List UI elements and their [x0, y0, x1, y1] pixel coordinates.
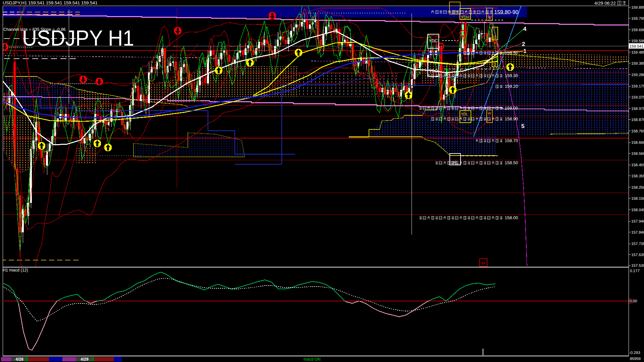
svg-text:D: D — [493, 62, 496, 67]
svg-text:4/29: 4/29 — [80, 357, 89, 362]
svg-text:YDL: YDL — [461, 112, 468, 116]
svg-text:159.175: 159.175 — [631, 84, 644, 88]
svg-text:YDO: YDO — [429, 68, 438, 73]
svg-text:159.80-90: 159.80-90 — [494, 9, 519, 15]
svg-text:158.765: 158.765 — [631, 129, 644, 133]
svg-text:158.660: 158.660 — [631, 140, 644, 144]
svg-text:4: 4 — [523, 26, 527, 32]
svg-text:H1 macd (12): H1 macd (12) — [3, 268, 28, 273]
svg-text:158.90: 158.90 — [505, 116, 518, 121]
svg-text:157.635: 157.635 — [631, 253, 644, 257]
svg-text:159.075: 159.075 — [631, 95, 644, 99]
svg-text:159.485: 159.485 — [631, 50, 644, 54]
svg-text:158.870: 158.870 — [631, 118, 644, 122]
svg-text:W: W — [488, 111, 491, 115]
svg-text:D: D — [493, 35, 496, 40]
svg-text:159.385: 159.385 — [631, 61, 644, 65]
svg-text:159.895: 159.895 — [631, 5, 644, 9]
svg-text:157.840: 157.840 — [631, 230, 644, 234]
svg-text:4/29 06:22: 4/29 06:22 — [594, 1, 616, 6]
svg-text:159.50: 159.50 — [505, 50, 518, 55]
svg-text:USDJPY,H1 159.541 159.541 159: USDJPY,H1 159.541 159.541 159.541 159.54… — [3, 0, 98, 5]
svg-text:-0.293: -0.293 — [629, 351, 640, 355]
svg-text:158.250: 158.250 — [631, 185, 644, 189]
svg-text:1: 1 — [523, 48, 526, 54]
svg-text:YDC: YDC — [429, 38, 438, 43]
svg-text:159.20: 159.20 — [505, 84, 518, 89]
svg-text:157.530: 157.530 — [631, 263, 644, 267]
svg-text:158.560: 158.560 — [631, 152, 644, 156]
svg-text:158.50: 158.50 — [505, 160, 518, 165]
svg-text:Channel size = 835 Slope = -0: Channel size = 835 Slope = -0.86 — [3, 27, 66, 32]
svg-text:YDH: YDH — [461, 15, 469, 20]
svg-text:159.280: 159.280 — [631, 73, 644, 77]
svg-text:5: 5 — [521, 123, 524, 129]
svg-text:158.70: 158.70 — [505, 138, 518, 143]
svg-text:2: 2 — [522, 41, 525, 47]
svg-text:158.00: 158.00 — [505, 215, 518, 220]
svg-text:159.30: 159.30 — [505, 73, 518, 78]
svg-text:LWH: LWH — [450, 9, 458, 13]
svg-text:159.00: 159.00 — [505, 106, 518, 111]
svg-text:159.590: 159.590 — [631, 39, 644, 43]
svg-text:157.940: 157.940 — [631, 219, 644, 223]
svg-text:159.690: 159.690 — [631, 28, 644, 32]
svg-text:158.150: 158.150 — [631, 196, 644, 200]
svg-text:M: M — [482, 261, 485, 266]
svg-text:158.355: 158.355 — [631, 174, 644, 178]
svg-text:W: W — [488, 15, 492, 20]
svg-text:macd ON: macd ON — [304, 357, 321, 362]
svg-text:157.735: 157.735 — [631, 242, 644, 246]
svg-text:0.00: 0.00 — [630, 299, 637, 303]
svg-text:158.455: 158.455 — [631, 163, 644, 167]
svg-text:LWL: LWL — [450, 160, 458, 164]
svg-text:85959: 85959 — [630, 357, 641, 361]
svg-text:4/28: 4/28 — [15, 357, 23, 362]
svg-text:0.177: 0.177 — [630, 269, 640, 273]
svg-text:158.970: 158.970 — [631, 107, 644, 111]
svg-text:158.045: 158.045 — [631, 208, 644, 212]
svg-text:159.541: 159.541 — [630, 44, 644, 48]
svg-text:159.795: 159.795 — [631, 16, 644, 20]
